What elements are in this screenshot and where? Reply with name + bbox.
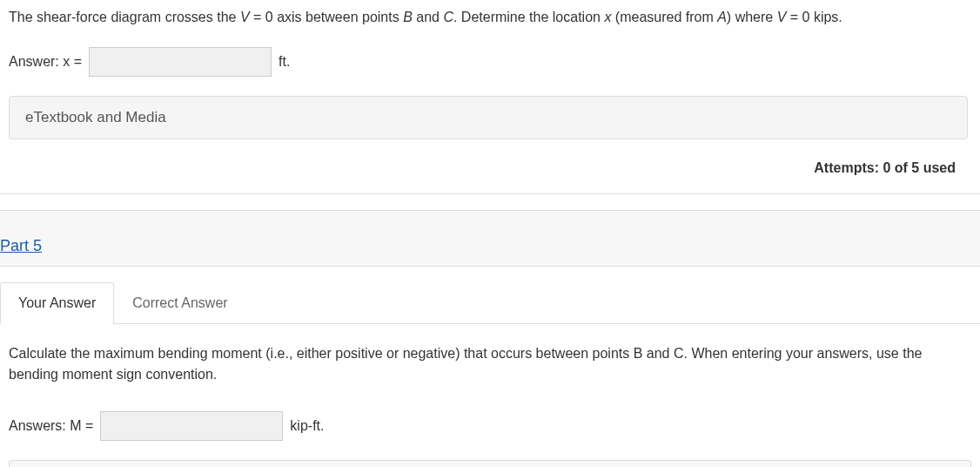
- section-divider: [0, 193, 980, 194]
- answer-input-m[interactable]: [100, 411, 283, 441]
- answer-label-x: Answer: x =: [9, 54, 82, 70]
- answer-unit-m: kip-ft.: [290, 418, 324, 434]
- answer-label-m: Answers: M =: [9, 418, 93, 434]
- question-text-part4: The shear-force diagram crosses the V = …: [9, 7, 971, 28]
- attempts-status: Attempts: 0 of 5 used: [0, 139, 980, 193]
- question-text-part5: Calculate the maximum bending moment (i.…: [0, 324, 980, 385]
- part-5-header-link[interactable]: Part 5: [0, 237, 42, 254]
- answer-unit-x: ft.: [279, 54, 290, 70]
- etextbook-media-button[interactable]: eTextbook and Media: [9, 96, 968, 139]
- tab-your-answer[interactable]: Your Answer: [0, 282, 114, 324]
- answer-tabs: Your Answer Correct Answer: [0, 282, 980, 324]
- tab-correct-answer[interactable]: Correct Answer: [114, 282, 245, 323]
- answer-input-x[interactable]: [89, 47, 272, 77]
- bottom-panel-edge: [9, 460, 971, 467]
